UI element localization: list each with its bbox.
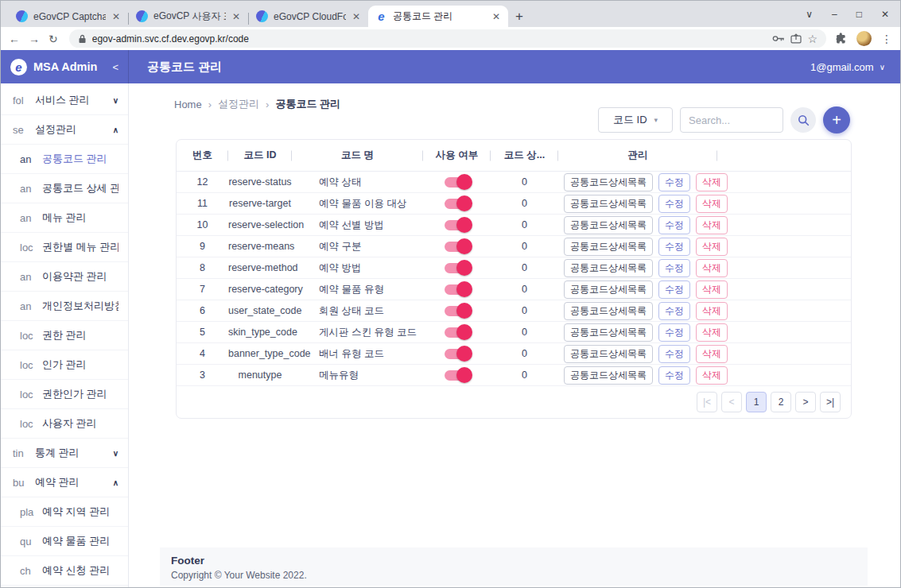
tab-close-icon[interactable]: ✕ [111,11,121,22]
browser-tab[interactable]: e공통코드 관리✕ [368,6,508,27]
password-key-icon[interactable] [772,35,785,42]
search-field-dropdown[interactable]: 코드 ID ▾ [598,107,673,133]
search-input[interactable] [680,107,783,133]
cell-number: 10 [177,219,228,230]
detail-list-button[interactable]: 공통코드상세목록 [564,195,653,213]
detail-list-button[interactable]: 공통코드상세목록 [564,216,653,234]
detail-list-button[interactable]: 공통코드상세목록 [564,280,653,299]
breadcrumb-home[interactable]: Home [174,99,202,110]
edit-button[interactable]: 수정 [658,366,690,385]
tab-close-icon[interactable]: ✕ [351,11,361,22]
sidebar-item[interactable]: an공통코드 상세 관리 [1,174,128,203]
use-toggle-switch[interactable] [445,220,470,230]
sidebar-item[interactable]: loc권한별 메뉴 관리 [1,233,128,262]
search-button[interactable] [790,107,816,133]
add-code-button[interactable]: + [823,106,850,133]
sidebar-item[interactable]: tin통계 관리∨ [1,439,128,468]
delete-button[interactable]: 삭제 [696,173,728,191]
menu-dots-icon[interactable]: ⋮ [881,33,892,45]
last-page-button[interactable]: >| [820,392,841,412]
forward-icon[interactable]: → [29,33,40,44]
sidebar-item[interactable]: an개인정보처리방침 관 [1,292,128,321]
breadcrumb-section[interactable]: 설정관리 [218,97,259,111]
edit-button[interactable]: 수정 [658,280,690,299]
edit-button[interactable]: 수정 [658,259,690,277]
detail-list-button[interactable]: 공통코드상세목록 [564,323,653,342]
user-menu[interactable]: 1@gmail.com ∨ [810,61,885,73]
delete-button[interactable]: 삭제 [696,302,728,320]
use-toggle-switch[interactable] [445,284,470,295]
use-toggle-switch[interactable] [445,349,470,359]
browser-tab[interactable]: eGovCP Captcha✕ [9,6,128,27]
use-toggle-switch[interactable] [445,370,470,381]
detail-list-button[interactable]: 공통코드상세목록 [564,366,653,385]
browser-tab[interactable]: eGovCP CloudFoundry✕ [249,6,368,27]
sidebar-item[interactable]: pla예약 지역 관리 [1,497,128,527]
use-toggle-switch[interactable] [445,199,470,209]
sidebar-item[interactable]: qu예약 물품 관리 [1,527,128,556]
use-toggle-switch[interactable] [445,177,470,188]
sidebar-item[interactable]: ch예약 신청 관리 [1,556,128,586]
sidebar-item[interactable]: an메뉴 관리 [1,203,128,233]
profile-avatar[interactable] [856,31,872,46]
delete-button[interactable]: 삭제 [696,259,728,277]
sidebar-item[interactable]: an이용약관 관리 [1,262,128,292]
sidebar-item[interactable]: fol서비스 관리∨ [1,86,128,115]
sidebar-item[interactable]: loc권한인가 관리 [1,380,128,409]
use-toggle-switch[interactable] [445,242,470,252]
sidebar-item[interactable]: loc권한 관리 [1,321,128,350]
page-title: 공통코드 관리 [147,60,222,75]
tab-search-icon[interactable]: ∨ [806,10,813,19]
edit-button[interactable]: 수정 [658,302,690,320]
detail-list-button[interactable]: 공통코드상세목록 [564,238,653,256]
address-bar[interactable]: egov-admin.svc.cf.dev.egovp.kr/code ☆ [69,29,826,48]
delete-button[interactable]: 삭제 [696,366,728,385]
next-page-button[interactable]: > [795,392,816,412]
sidebar-collapse-icon[interactable]: < [112,61,118,73]
reload-icon[interactable]: ↻ [49,33,58,44]
edit-button[interactable]: 수정 [658,216,690,234]
minimize-icon[interactable]: – [832,10,837,19]
edit-button[interactable]: 수정 [658,173,690,191]
tab-close-icon[interactable]: ✕ [491,11,501,22]
sidebar-item[interactable]: an공통코드 관리 [1,145,128,174]
share-icon[interactable] [790,33,802,44]
first-page-button[interactable]: |< [697,392,717,412]
page-button[interactable]: 2 [771,392,791,412]
detail-list-button[interactable]: 공통코드상세목록 [564,259,653,277]
extensions-puzzle-icon[interactable] [835,33,847,44]
sidebar-item-icon: bu [13,477,29,489]
edit-button[interactable]: 수정 [658,238,690,256]
page-button[interactable]: 1 [746,392,767,412]
browser-tab[interactable]: eGovCP 사용자 포털✕ [129,6,248,27]
cell-use-toggle [423,199,491,209]
brand-name: MSA Admin [33,60,97,73]
tab-close-icon[interactable]: ✕ [231,11,241,22]
detail-list-button[interactable]: 공통코드상세목록 [564,345,653,363]
edit-button[interactable]: 수정 [658,345,690,363]
sidebar-item[interactable]: se설정관리∧ [1,115,128,145]
detail-list-button[interactable]: 공통코드상세목록 [564,302,653,320]
sidebar-item[interactable]: loc사용자 관리 [1,409,128,439]
edit-button[interactable]: 수정 [658,323,690,342]
bookmark-star-icon[interactable]: ☆ [807,33,818,45]
delete-button[interactable]: 삭제 [696,345,728,363]
detail-list-button[interactable]: 공통코드상세목록 [564,173,653,191]
maximize-icon[interactable]: □ [856,10,862,19]
delete-button[interactable]: 삭제 [696,323,728,342]
prev-page-button[interactable]: < [721,392,742,412]
use-toggle-switch[interactable] [445,327,470,338]
delete-button[interactable]: 삭제 [696,280,728,299]
edit-button[interactable]: 수정 [658,195,690,213]
cell-number: 5 [177,327,228,338]
sidebar-item[interactable]: loc인가 관리 [1,350,128,380]
sidebar-item[interactable]: bu예약 관리∧ [1,468,128,497]
delete-button[interactable]: 삭제 [696,216,728,234]
back-icon[interactable]: ← [9,33,20,44]
use-toggle-switch[interactable] [445,306,470,316]
new-tab-button[interactable]: + [515,10,523,23]
delete-button[interactable]: 삭제 [696,195,728,213]
close-icon[interactable]: ✕ [881,10,889,19]
delete-button[interactable]: 삭제 [696,238,728,256]
use-toggle-switch[interactable] [445,263,470,273]
